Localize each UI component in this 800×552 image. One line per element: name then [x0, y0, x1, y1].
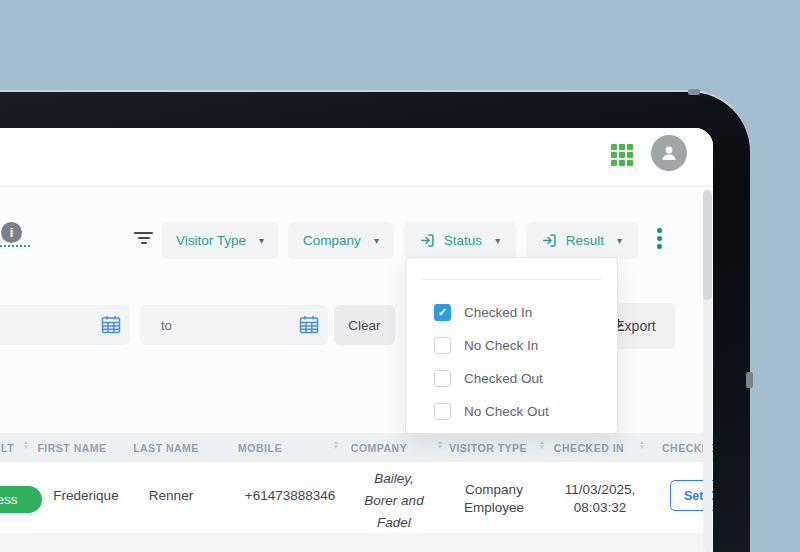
result-label: Result — [566, 233, 604, 248]
cell-mobile: +61473888346 — [245, 488, 335, 503]
date-from-input[interactable] — [0, 305, 130, 345]
top-bar — [0, 128, 713, 187]
scrollbar-thumb[interactable] — [703, 190, 712, 300]
status-dropdown[interactable]: Status ▾ — [404, 222, 516, 259]
more-options-kebab-icon[interactable] — [657, 228, 662, 252]
result-status-badge: Success — [0, 486, 42, 513]
chevron-down-icon: ▾ — [259, 235, 264, 246]
apps-grid-icon[interactable] — [611, 144, 634, 167]
column-header-result: LT — [1, 442, 14, 454]
user-avatar[interactable] — [651, 135, 687, 171]
status-option-checked-in[interactable]: ✓ Checked In — [434, 301, 532, 323]
status-dropdown-menu: ✓ Checked In No Check In Checked Out No … — [405, 257, 618, 434]
company-line: Bailey, — [364, 468, 423, 490]
cell-first-name: Frederique — [53, 488, 118, 503]
vertical-scrollbar — [703, 190, 712, 552]
date-range-to-label: to — [161, 318, 172, 333]
company-line: Borer and — [364, 490, 423, 512]
app-screen: i Visitor Type ▾ Company ▾ Status ▾ Res — [0, 128, 713, 552]
sort-icon[interactable]: ▲▼ — [637, 440, 647, 449]
checkbox-unchecked-icon[interactable] — [434, 403, 451, 420]
page-background: i Visitor Type ▾ Company ▾ Status ▾ Res — [0, 0, 800, 552]
chevron-down-icon: ▾ — [374, 235, 379, 246]
status-label: Status — [444, 233, 482, 248]
option-label: No Check Out — [464, 404, 549, 419]
info-dotted-underline — [0, 245, 30, 247]
company-line: Fadel — [364, 512, 423, 534]
visitor-type-line: Employee — [464, 499, 524, 517]
column-header-visitor-type: VISITOR TYPE — [449, 442, 527, 454]
option-label: Checked In — [464, 305, 532, 320]
date-to-input[interactable]: to — [140, 305, 328, 345]
clear-button[interactable]: Clear — [334, 305, 395, 345]
option-label: No Check In — [464, 338, 538, 353]
checked-in-line: 11/03/2025, — [565, 481, 635, 499]
cell-company: Bailey, Borer and Fadel — [364, 468, 423, 534]
company-label: Company — [303, 233, 361, 248]
table-header-row: LT ▲▼ FIRST NAME LAST NAME MOBILE ▲▼ COM… — [0, 433, 713, 462]
filter-lines-icon[interactable] — [134, 232, 153, 247]
column-header-last-name: LAST NAME — [133, 442, 199, 454]
checkbox-checked-icon[interactable]: ✓ — [434, 304, 451, 321]
chevron-down-icon: ▾ — [495, 235, 500, 246]
calendar-icon — [299, 315, 319, 334]
visitor-type-line: Company — [464, 481, 524, 499]
chevron-down-icon: ▾ — [617, 235, 622, 246]
sort-icon[interactable]: ▲▼ — [537, 440, 547, 449]
info-icon[interactable]: i — [1, 222, 22, 243]
column-header-first-name: FIRST NAME — [37, 442, 106, 454]
checked-in-line: 08:03:32 — [565, 499, 635, 517]
company-dropdown[interactable]: Company ▾ — [288, 222, 394, 259]
sort-icon[interactable]: ▲▼ — [435, 440, 445, 449]
sort-icon[interactable]: ▲▼ — [331, 440, 341, 449]
sort-icon[interactable]: ▲▼ — [21, 440, 31, 449]
device-camera-notch — [688, 89, 700, 95]
table-row: Success Frederique Renner +61473888346 B… — [0, 462, 713, 533]
cell-checked-in: 11/03/2025, 08:03:32 — [565, 481, 635, 517]
status-option-no-check-in[interactable]: No Check In — [434, 334, 538, 356]
menu-divider — [422, 279, 601, 280]
clear-label: Clear — [348, 318, 380, 333]
column-header-mobile: MOBILE — [238, 442, 282, 454]
cell-last-name: Renner — [149, 488, 193, 503]
checkbox-unchecked-icon[interactable] — [434, 370, 451, 387]
visitor-type-dropdown[interactable]: Visitor Type ▾ — [162, 222, 278, 259]
person-icon — [659, 143, 679, 163]
calendar-icon — [101, 315, 121, 334]
device-side-button — [746, 372, 753, 388]
visitor-type-label: Visitor Type — [176, 233, 246, 248]
column-header-checked-in: CHECKED IN — [554, 442, 624, 454]
option-label: Checked Out — [464, 371, 543, 386]
sign-in-icon — [542, 233, 557, 248]
table-footer-band — [0, 533, 713, 552]
sign-in-icon — [420, 233, 435, 248]
result-dropdown[interactable]: Result ▾ — [526, 222, 638, 259]
column-header-company: COMPANY — [351, 442, 407, 454]
status-option-no-check-out[interactable]: No Check Out — [434, 400, 549, 422]
checkbox-unchecked-icon[interactable] — [434, 337, 451, 354]
status-option-checked-out[interactable]: Checked Out — [434, 367, 543, 389]
cell-visitor-type: Company Employee — [464, 481, 524, 517]
